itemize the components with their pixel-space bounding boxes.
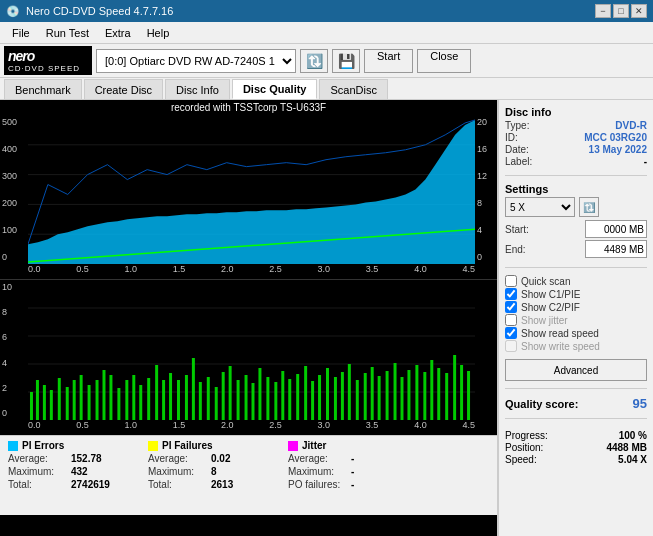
tab-disc-info[interactable]: Disc Info [165, 79, 230, 99]
x-2.5: 2.5 [269, 264, 282, 279]
close-disc-button[interactable]: Close [417, 49, 471, 73]
disc-type-value: DVD-R [615, 120, 647, 131]
divider-4 [505, 418, 647, 419]
titlebar-controls: − □ ✕ [595, 4, 647, 18]
svg-rect-33 [199, 382, 202, 420]
legend-pi-errors: PI Errors Average: 152.78 Maximum: 432 T… [8, 440, 128, 511]
menu-run-test[interactable]: Run Test [38, 25, 97, 41]
maximize-button[interactable]: □ [613, 4, 629, 18]
svg-rect-45 [288, 379, 291, 420]
lower-y-6: 6 [2, 332, 26, 342]
jitter-average-row: Average: - [288, 453, 408, 464]
advanced-button[interactable]: Advanced [505, 359, 647, 381]
position-value: 4488 MB [606, 442, 647, 453]
tab-scan-disc[interactable]: ScanDisc [319, 79, 387, 99]
toolbar: nero CD·DVD SPEED [0:0] Optiarc DVD RW A… [0, 44, 653, 78]
svg-rect-22 [117, 388, 120, 420]
svg-rect-16 [73, 380, 76, 420]
show-c2pif-row: Show C2/PIF [505, 301, 647, 313]
start-field-input[interactable] [585, 220, 647, 238]
y-right-20: 20 [477, 117, 495, 127]
tab-benchmark[interactable]: Benchmark [4, 79, 82, 99]
show-c1pie-checkbox[interactable] [505, 288, 517, 300]
svg-rect-50 [326, 368, 329, 420]
chart-area: recorded with TSSTcorp TS-U633F 500 400 … [0, 100, 498, 536]
end-field-label: End: [505, 244, 526, 255]
refresh-speed-btn[interactable]: 🔃 [579, 197, 599, 217]
svg-rect-46 [296, 374, 299, 420]
disc-date-row: Date: 13 May 2022 [505, 144, 647, 155]
svg-rect-11 [36, 380, 39, 420]
start-button[interactable]: Start [364, 49, 413, 73]
save-button[interactable]: 💾 [332, 49, 360, 73]
minimize-button[interactable]: − [595, 4, 611, 18]
y-label-500: 500 [2, 117, 26, 127]
disc-id-value: MCC 03RG20 [584, 132, 647, 143]
y-right-0: 0 [477, 252, 495, 262]
show-c2pif-checkbox[interactable] [505, 301, 517, 313]
x-1.5: 1.5 [173, 264, 186, 279]
legend-pi-errors-title: PI Errors [8, 440, 128, 451]
svg-rect-35 [215, 387, 218, 420]
y-label-100: 100 [2, 225, 26, 235]
x-0.5: 0.5 [76, 264, 89, 279]
legend-pi-failures-title: PI Failures [148, 440, 268, 451]
show-read-speed-checkbox[interactable] [505, 327, 517, 339]
lower-chart-svg [28, 280, 475, 420]
svg-rect-25 [139, 385, 142, 420]
drive-select[interactable]: [0:0] Optiarc DVD RW AD-7240S 1.04 [96, 49, 296, 73]
main-content: recorded with TSSTcorp TS-U633F 500 400 … [0, 100, 653, 536]
pi-errors-total-row: Total: 2742619 [8, 479, 128, 490]
svg-rect-40 [252, 383, 255, 420]
disc-date-value: 13 May 2022 [589, 144, 647, 155]
show-jitter-checkbox[interactable] [505, 314, 517, 326]
y-label-400: 400 [2, 144, 26, 154]
svg-rect-31 [185, 375, 188, 420]
right-panel: Disc info Type: DVD-R ID: MCC 03RG20 Dat… [498, 100, 653, 536]
svg-rect-53 [348, 364, 351, 420]
upper-x-labels: 0.0 0.5 1.0 1.5 2.0 2.5 3.0 3.5 4.0 4.5 [28, 264, 475, 279]
progress-section: Progress: 100 % Position: 4488 MB Speed:… [505, 430, 647, 466]
svg-rect-37 [229, 366, 232, 420]
speed-select[interactable]: 5 X [505, 197, 575, 217]
menu-help[interactable]: Help [139, 25, 178, 41]
lower-x-labels: 0.0 0.5 1.0 1.5 2.0 2.5 3.0 3.5 4.0 4.5 [28, 420, 475, 435]
tab-create-disc[interactable]: Create Disc [84, 79, 163, 99]
close-button[interactable]: ✕ [631, 4, 647, 18]
position-label: Position: [505, 442, 543, 453]
svg-rect-54 [356, 380, 359, 420]
y-right-8: 8 [477, 198, 495, 208]
app-title: Nero CD-DVD Speed 4.7.7.16 [26, 5, 173, 17]
svg-rect-51 [334, 377, 337, 420]
divider-2 [505, 267, 647, 268]
svg-rect-36 [222, 372, 225, 420]
svg-rect-47 [304, 366, 307, 420]
svg-rect-68 [460, 365, 463, 420]
svg-rect-41 [258, 368, 261, 420]
titlebar-left: 💿 Nero CD-DVD Speed 4.7.7.16 [6, 5, 173, 18]
lower-y-10: 10 [2, 282, 26, 292]
speed-value: 5.04 X [618, 454, 647, 465]
y-label-300: 300 [2, 171, 26, 181]
lower-chart: 10 8 6 4 2 0 [0, 280, 497, 435]
menu-extra[interactable]: Extra [97, 25, 139, 41]
svg-rect-24 [132, 375, 135, 420]
y-right-12: 12 [477, 171, 495, 181]
menu-file[interactable]: File [4, 25, 38, 41]
lower-y-labels-left: 10 8 6 4 2 0 [0, 280, 28, 420]
lower-y-8: 8 [2, 307, 26, 317]
quick-scan-checkbox[interactable] [505, 275, 517, 287]
legend: PI Errors Average: 152.78 Maximum: 432 T… [0, 435, 497, 515]
disc-label-row: Label: - [505, 156, 647, 167]
legend-jitter: Jitter Average: - Maximum: - PO failures… [288, 440, 408, 511]
svg-rect-29 [169, 373, 172, 420]
y-right-16: 16 [477, 144, 495, 154]
y-label-200: 200 [2, 198, 26, 208]
tab-disc-quality[interactable]: Disc Quality [232, 79, 318, 99]
y-right-4: 4 [477, 225, 495, 235]
settings-section: Settings 5 X 🔃 Start: End: [505, 183, 647, 260]
show-write-speed-checkbox[interactable] [505, 340, 517, 352]
end-field-input[interactable] [585, 240, 647, 258]
refresh-button[interactable]: 🔃 [300, 49, 328, 73]
speed-row-progress: Speed: 5.04 X [505, 454, 647, 465]
